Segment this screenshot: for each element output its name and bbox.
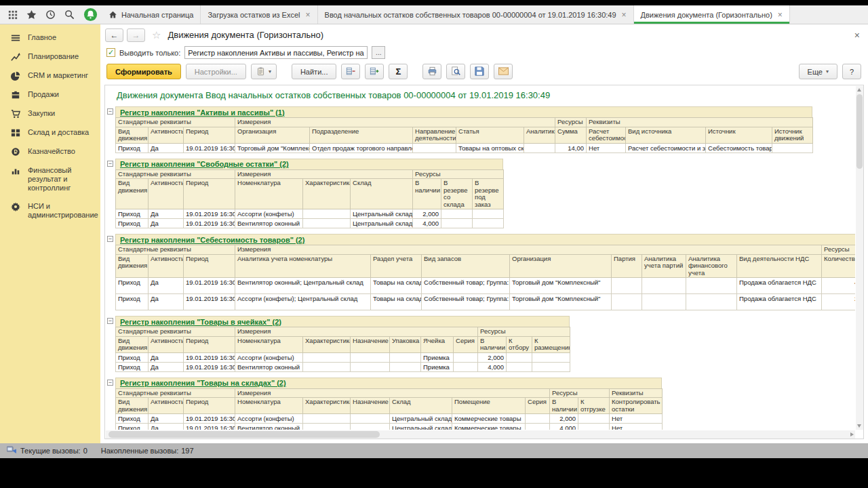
data-cell[interactable]: [351, 424, 390, 430]
data-cell[interactable]: Ассорти (конфеты): [235, 414, 303, 424]
data-cell[interactable]: Коммерческие товары: [452, 424, 526, 430]
find-button[interactable]: Найти...: [292, 64, 337, 79]
sidebar-item-4[interactable]: Закупки: [0, 104, 100, 123]
data-cell[interactable]: Да: [149, 294, 184, 310]
data-cell[interactable]: 19.01.2019 16:30:49: [184, 414, 235, 424]
show-only-checkbox[interactable]: ✓: [106, 48, 115, 57]
data-cell[interactable]: 19.01.2019 16:30:49: [184, 278, 235, 294]
data-cell[interactable]: 2,000: [413, 209, 441, 219]
data-cell[interactable]: [390, 362, 421, 371]
data-cell[interactable]: [473, 209, 504, 219]
data-cell[interactable]: Торговый дом "Комплексный": [510, 294, 612, 310]
data-cell[interactable]: 2,: [822, 294, 855, 310]
data-cell[interactable]: [390, 352, 421, 362]
data-cell[interactable]: Вентилятор оконный: [235, 362, 303, 371]
data-cell[interactable]: Да: [149, 143, 184, 152]
data-cell[interactable]: Центральный склад: [390, 424, 452, 430]
scroll-right-arrow-icon[interactable]: [850, 432, 854, 436]
data-cell[interactable]: Себестоимость товаров: [706, 143, 772, 152]
data-cell[interactable]: Ассорти (конфеты): [235, 209, 303, 219]
sum-button[interactable]: Σ: [389, 64, 408, 79]
data-cell[interactable]: 4,000: [413, 219, 441, 228]
sidebar-item-8[interactable]: НСИ и администрирование: [0, 197, 100, 224]
data-cell[interactable]: [526, 424, 550, 430]
data-cell[interactable]: 19.01.2019 16:30:49: [184, 294, 235, 310]
data-cell[interactable]: [441, 219, 473, 228]
data-cell[interactable]: Нет: [610, 424, 663, 430]
data-cell[interactable]: Нет: [610, 414, 663, 424]
filter-input[interactable]: [184, 46, 368, 59]
data-cell[interactable]: Товары на оптовых складах: [456, 143, 524, 152]
data-cell[interactable]: [303, 352, 351, 362]
data-cell[interactable]: [303, 414, 351, 424]
data-cell[interactable]: Приход: [116, 362, 149, 371]
data-cell[interactable]: 19.01.2019 16:30:49: [184, 424, 235, 430]
data-cell[interactable]: [642, 278, 686, 294]
data-cell[interactable]: Центральный склад: [351, 219, 413, 228]
data-cell[interactable]: [413, 143, 456, 152]
horizontal-scrollbar[interactable]: [106, 430, 855, 439]
register-link[interactable]: Регистр накопления "Свободные остатки" (…: [120, 160, 289, 168]
data-cell[interactable]: [578, 414, 610, 424]
favorites-star-icon[interactable]: [26, 9, 37, 20]
vertical-scrollbar[interactable]: [856, 86, 863, 430]
tab-2[interactable]: Ввод начальных остатков собственных това…: [318, 5, 634, 24]
collapse-section-button[interactable]: −: [107, 161, 113, 167]
collapse-groups-button[interactable]: [341, 64, 360, 79]
data-cell[interactable]: 4,000: [478, 362, 507, 371]
data-cell[interactable]: 19.01.2019 16:30:49: [184, 209, 235, 219]
data-cell[interactable]: Да: [149, 219, 184, 228]
data-cell[interactable]: Да: [149, 414, 184, 424]
data-cell[interactable]: [303, 209, 351, 219]
data-cell[interactable]: Да: [149, 352, 184, 362]
preview-button[interactable]: [446, 64, 465, 79]
data-cell[interactable]: Ассорти (конфеты); Центральный склад: [235, 294, 371, 310]
data-cell[interactable]: [454, 352, 478, 362]
tab-close-icon[interactable]: ×: [622, 10, 627, 20]
data-cell[interactable]: Нет: [587, 143, 626, 152]
data-cell[interactable]: Отдел продаж торгового направления: [310, 143, 413, 152]
data-cell[interactable]: Приход: [116, 424, 149, 430]
expand-groups-button[interactable]: [365, 64, 384, 79]
scroll-up-arrow-icon[interactable]: [857, 88, 861, 92]
sidebar-item-5[interactable]: Склад и доставка: [0, 123, 100, 142]
data-cell[interactable]: Собственный товар; Группа: Товары: [422, 294, 510, 310]
data-cell[interactable]: Да: [149, 209, 184, 219]
data-cell[interactable]: [612, 294, 642, 310]
data-cell[interactable]: [686, 294, 737, 310]
data-cell[interactable]: 19.01.2019 16:30:49: [184, 219, 235, 228]
data-cell[interactable]: [526, 414, 550, 424]
data-cell[interactable]: [351, 362, 390, 371]
close-form-icon[interactable]: ×: [854, 30, 863, 41]
data-cell[interactable]: Торговый дом "Комплексный": [510, 278, 612, 294]
back-button[interactable]: ←: [105, 28, 123, 42]
search-icon[interactable]: [64, 9, 75, 20]
forward-button[interactable]: →: [127, 28, 145, 42]
data-cell[interactable]: Коммерческие товары: [452, 414, 526, 424]
horizontal-scroll-thumb[interactable]: [108, 431, 380, 438]
data-cell[interactable]: Продажа облагается НДС: [737, 294, 822, 310]
data-cell[interactable]: Приход: [116, 143, 149, 152]
data-cell[interactable]: Вентилятор оконный; Центральный склад: [235, 278, 371, 294]
scroll-down-arrow-icon[interactable]: [857, 424, 861, 428]
data-cell[interactable]: [642, 294, 686, 310]
sidebar-item-2[interactable]: CRM и маркетинг: [0, 66, 100, 85]
data-cell[interactable]: Торговый дом "Комплексный": [235, 143, 310, 152]
data-cell[interactable]: Приход: [116, 278, 149, 294]
data-cell[interactable]: [454, 362, 478, 371]
data-cell[interactable]: 2,000: [478, 352, 507, 362]
register-link[interactable]: Регистр накопления "Товары на складах" (…: [120, 379, 286, 387]
apps-grid-icon[interactable]: [8, 10, 18, 20]
collapse-section-button[interactable]: −: [107, 108, 113, 115]
collapse-section-button[interactable]: −: [107, 236, 113, 242]
register-link[interactable]: Регистр накопления "Себестоимость товаро…: [120, 236, 304, 244]
copy-dropdown-button[interactable]: ▾: [251, 64, 277, 79]
sidebar-item-3[interactable]: Продажи: [0, 85, 100, 104]
data-cell[interactable]: Ассорти (конфеты): [235, 352, 303, 362]
filter-ellipsis-button[interactable]: ...: [372, 46, 385, 59]
tab-0[interactable]: Начальная страница: [102, 5, 201, 24]
data-cell[interactable]: [441, 209, 473, 219]
data-cell[interactable]: [351, 414, 390, 424]
data-cell[interactable]: Приход: [116, 209, 149, 219]
help-button[interactable]: ?: [842, 64, 861, 79]
